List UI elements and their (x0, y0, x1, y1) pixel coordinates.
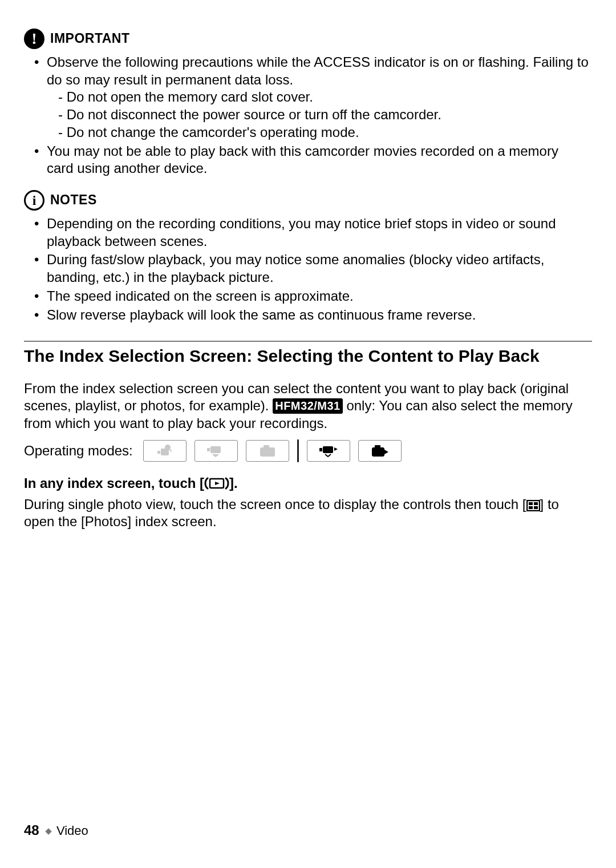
svg-rect-12 (372, 447, 384, 457)
svg-rect-13 (375, 445, 380, 448)
section-divider (24, 341, 592, 342)
model-badge: HFM32/M31 (273, 398, 343, 414)
svg-rect-17 (527, 500, 540, 511)
index-selection-icon (204, 477, 229, 490)
list-item: The speed indicated on the screen is app… (34, 288, 589, 305)
modes-divider (297, 439, 299, 462)
list-item: You may not be able to play back with th… (34, 143, 589, 177)
chapter-name: Video (56, 823, 88, 838)
important-bullet-0: Observe the following precautions while … (47, 54, 589, 87)
diamond-icon (45, 829, 51, 835)
notes-header: i NOTES (24, 190, 592, 211)
svg-rect-20 (529, 506, 533, 509)
operating-modes-label: Operating modes: (24, 442, 133, 460)
exclamation-icon: ! (24, 29, 44, 49)
mode-movie-playback-icon (307, 440, 350, 462)
svg-rect-21 (534, 506, 538, 509)
svg-rect-18 (529, 502, 533, 505)
section-title: The Index Selection Screen: Selecting th… (24, 345, 592, 367)
svg-rect-1 (157, 451, 160, 454)
svg-rect-4 (210, 446, 221, 453)
important-list: Observe the following precautions while … (24, 54, 592, 177)
step-head-post: ]. (229, 475, 238, 491)
list-item: Depending on the recording conditions, y… (34, 215, 589, 250)
svg-marker-11 (334, 447, 338, 451)
mode-movie-record-icon (194, 440, 238, 462)
step-head-pre: In any index screen, touch [ (24, 475, 204, 491)
svg-point-2 (165, 445, 170, 450)
important-sub-1: Do not disconnect the power source or tu… (58, 106, 589, 124)
info-icon: i (24, 190, 44, 211)
important-label: IMPORTANT (50, 30, 130, 47)
svg-rect-7 (264, 445, 269, 448)
svg-rect-9 (323, 446, 333, 453)
important-sub-0: Do not open the memory card slot cover. (58, 88, 589, 106)
operating-modes-row: Operating modes: (24, 439, 592, 462)
important-bullet-1: You may not be able to play back with th… (47, 143, 558, 176)
page-footer: 48 Video (24, 822, 88, 839)
svg-marker-16 (215, 482, 220, 485)
important-sublist: Do not open the memory card slot cover. … (47, 88, 589, 141)
mode-photo-playback-icon (358, 440, 402, 462)
svg-marker-14 (384, 450, 388, 454)
svg-rect-19 (534, 502, 538, 505)
list-item: Slow reverse playback will look the same… (34, 306, 589, 324)
list-item: During fast/slow playback, you may notic… (34, 251, 589, 286)
step-body: During single photo view, touch the scre… (24, 496, 592, 531)
mode-photo-record-icon (246, 440, 289, 462)
page-number: 48 (24, 822, 39, 838)
notes-label: NOTES (50, 192, 97, 208)
section-intro: From the index selection screen you can … (24, 380, 592, 433)
svg-line-3 (169, 449, 172, 451)
list-item: Observe the following precautions while … (34, 54, 589, 142)
important-header: ! IMPORTANT (24, 29, 592, 49)
important-sub-2: Do not change the camcorder's operating … (58, 124, 589, 142)
svg-rect-5 (207, 448, 210, 451)
manual-page: ! IMPORTANT Observe the following precau… (0, 0, 616, 868)
notes-list: Depending on the recording conditions, y… (24, 215, 592, 324)
step-body-pre: During single photo view, touch the scre… (24, 496, 526, 512)
svg-point-8 (265, 449, 270, 455)
svg-rect-10 (319, 448, 322, 451)
photos-grid-icon (526, 500, 540, 511)
step-heading: In any index screen, touch [ ]. (24, 475, 592, 492)
mode-auto-icon (143, 440, 187, 462)
